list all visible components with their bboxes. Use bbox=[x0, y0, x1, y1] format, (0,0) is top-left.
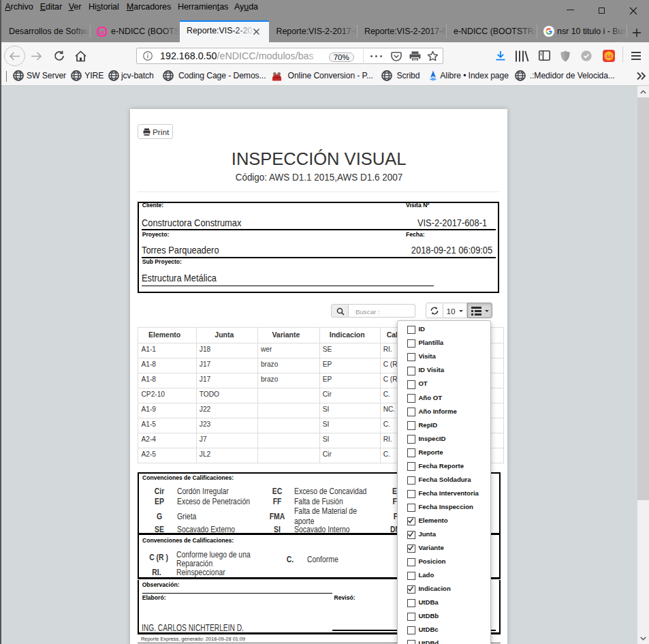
svg-text:ω: ω bbox=[606, 52, 612, 59]
svg-text:ω: ω bbox=[99, 28, 105, 35]
